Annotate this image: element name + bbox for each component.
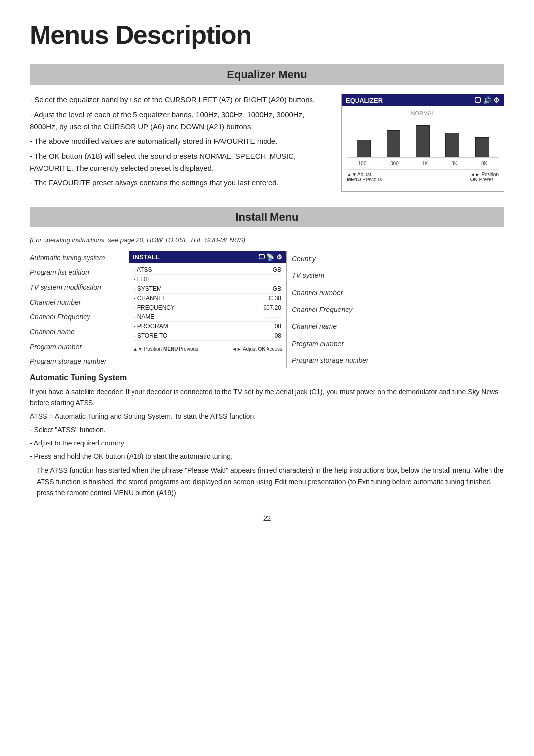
- install-header-icons: 🖵 📡 ⚙: [258, 253, 282, 261]
- install-section: (For operating instructions, see page 20…: [30, 236, 504, 499]
- right-label-channel-number: Channel number: [292, 286, 386, 300]
- eq-freq-1k: 1K: [422, 161, 428, 166]
- left-label-channel-name: Channel name: [30, 325, 124, 339]
- install-icon-gear: ⚙: [276, 253, 282, 261]
- eq-bullet-4: - The OK button (A18) will select the so…: [30, 150, 326, 174]
- install-row-channel: · CHANNEL C 38: [134, 294, 281, 303]
- eq-freq-100: 100: [358, 161, 367, 166]
- right-label-program-number: Program number: [292, 337, 386, 351]
- eq-bullet-1: - Select the equalizer band by use of th…: [30, 94, 326, 106]
- install-row-program-val: 08: [275, 323, 281, 330]
- auto-tuning-para-6: The ATSS function has started when the p…: [37, 465, 504, 499]
- install-section-header: Install Menu: [30, 207, 504, 227]
- install-row-store-val: 08: [275, 332, 281, 339]
- eq-freq-8k: 8K: [481, 161, 487, 166]
- right-label-channel-freq: Channel Frequency: [292, 303, 386, 316]
- install-row-name: · NAME --------: [134, 312, 281, 322]
- eq-bar-300-fill: [387, 130, 400, 157]
- left-label-program-storage: Program storage number: [30, 355, 124, 368]
- equalizer-box: EQUALIZER 🖵 🔊 ⚙ NORMAL: [341, 94, 504, 192]
- eq-body: NORMAL: [342, 106, 504, 186]
- eq-bar-1k: [416, 125, 430, 157]
- eq-adjust-label: ▲▼ Adjust: [347, 172, 382, 177]
- install-row-store-key: · STORE TO: [134, 332, 167, 339]
- auto-tuning-text: If you have a satellite decoder: If your…: [30, 386, 504, 499]
- eq-bar-3k: [445, 133, 459, 157]
- left-label-program-number: Program number: [30, 340, 124, 354]
- install-icon-signal: 📡: [267, 253, 274, 261]
- eq-ok-label: OK Preset: [470, 177, 499, 182]
- auto-tuning-para-3: - Select "ATSS" function.: [30, 424, 504, 436]
- auto-tuning-section: Automatic Tuning System If you have a sa…: [30, 373, 504, 499]
- eq-menu-label: MENU Previous: [347, 177, 382, 182]
- eq-footer-right: ◄► Position OK Preset: [470, 172, 499, 182]
- eq-icon-sound: 🔊: [483, 96, 491, 104]
- left-label-program-list: Program list edition: [30, 266, 124, 279]
- eq-bar-100: [357, 140, 371, 157]
- equalizer-section-header: Equalizer Menu: [30, 64, 504, 85]
- install-row-frequency-key: · FREQUENCY: [134, 304, 175, 311]
- install-row-channel-key: · CHANNEL: [134, 295, 166, 302]
- auto-tuning-para-5: - Press and hold the OK button (A18) to …: [30, 451, 504, 462]
- install-row-program-key: · PROGRAM: [134, 323, 168, 330]
- equalizer-text: - Select the equalizer band by use of th…: [30, 94, 326, 192]
- install-row-system-key: · SYSTEM: [134, 285, 162, 292]
- page-title: Menus Description: [30, 20, 504, 49]
- eq-icon-tv: 🖵: [474, 96, 481, 104]
- right-label-program-storage: Program storage number: [292, 354, 386, 367]
- page-number: 22: [30, 514, 504, 522]
- auto-tuning-para-4: - Adjust to the required country.: [30, 438, 504, 449]
- eq-bar-100-fill: [357, 140, 371, 157]
- install-row-program: · PROGRAM 08: [134, 322, 281, 331]
- left-labels: Automatic tuning system Program list edi…: [30, 251, 129, 368]
- eq-bullet-5: - The FAVOURITE preset always contains t…: [30, 177, 326, 189]
- install-title: INSTALL: [133, 253, 160, 261]
- auto-tuning-title: Automatic Tuning System: [30, 373, 504, 382]
- eq-bar-3k-fill: [445, 133, 459, 157]
- eq-bar-1k-fill: [416, 125, 430, 157]
- install-row-frequency-val: 607.20: [263, 304, 281, 311]
- install-footer-right: ◄► Adjust OK Access: [232, 346, 282, 352]
- install-row-system: · SYSTEM GB: [134, 284, 281, 294]
- eq-freq-300: 300: [390, 161, 399, 166]
- eq-title: EQUALIZER: [346, 97, 383, 104]
- eq-icon-gear: ⚙: [493, 96, 500, 104]
- eq-position-label: ◄► Position: [470, 172, 499, 177]
- install-footer-left: ▲▼ Position MENU Previous: [133, 346, 198, 352]
- eq-header: EQUALIZER 🖵 🔊 ⚙: [342, 94, 504, 106]
- right-label-tv-system: TV system: [292, 268, 386, 282]
- install-row-atss: · ATSS GB: [134, 266, 281, 275]
- equalizer-section: - Select the equalizer band by use of th…: [30, 94, 504, 192]
- auto-tuning-para-2: ATSS = Automatic Tuning and Sorting Syst…: [30, 411, 504, 422]
- install-menu-box: INSTALL 🖵 📡 ⚙ · ATSS GB · EDIT: [129, 251, 287, 368]
- left-label-auto-tuning: Automatic tuning system: [30, 251, 124, 265]
- diagram-wrapper: Automatic tuning system Program list edi…: [30, 251, 504, 368]
- install-row-frequency: · FREQUENCY 607.20: [134, 303, 281, 312]
- page-container: Menus Description Equalizer Menu - Selec…: [0, 0, 534, 756]
- install-row-edit: · EDIT: [134, 275, 281, 284]
- eq-freq-labels: 100 300 1K 3K 8K: [347, 161, 499, 166]
- right-labels: Country TV system Channel number Channel…: [287, 251, 386, 368]
- install-icon-tv: 🖵: [258, 253, 265, 261]
- install-header: INSTALL 🖵 📡 ⚙: [129, 251, 286, 263]
- install-ok-label: OK Access: [258, 346, 282, 352]
- install-note: (For operating instructions, see page 20…: [30, 236, 504, 244]
- install-row-channel-val: C 38: [269, 295, 281, 302]
- right-label-channel-name: Channel name: [292, 319, 386, 333]
- eq-bullet-3: - The above modified values are automati…: [30, 135, 326, 147]
- eq-footer: ▲▼ Adjust MENU Previous ◄► Position OK P…: [347, 169, 499, 182]
- install-row-atss-val: GB: [273, 267, 281, 273]
- install-rows: · ATSS GB · EDIT · SYSTEM GB · CHANNEL C…: [129, 263, 286, 344]
- right-label-country: Country: [292, 252, 386, 266]
- install-row-atss-key: · ATSS: [134, 267, 152, 273]
- left-label-tv-system-mod: TV system modification: [30, 280, 124, 294]
- eq-bar-300: [387, 130, 400, 157]
- left-label-channel-freq: Channel Frequency: [30, 310, 124, 324]
- install-footer: ▲▼ Position MENU Previous ◄► Adjust OK A…: [129, 344, 286, 354]
- install-adjust-label: ◄► Adjust: [232, 346, 257, 352]
- eq-bar-8k: [475, 137, 489, 157]
- eq-footer-left: ▲▼ Adjust MENU Previous: [347, 172, 382, 182]
- left-label-channel-number: Channel number: [30, 295, 124, 309]
- install-row-edit-key: · EDIT: [134, 276, 151, 283]
- install-menu-label: MENU Previous: [163, 346, 198, 352]
